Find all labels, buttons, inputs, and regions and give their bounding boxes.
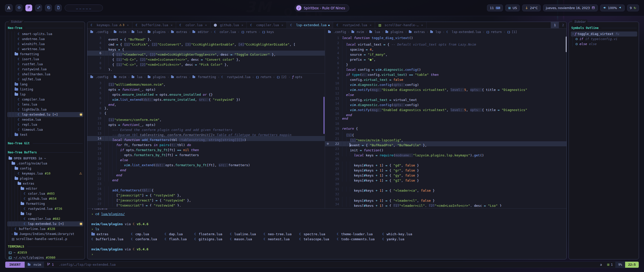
tree-item-formatting[interactable]: formatting (7, 201, 83, 206)
code-line-6[interactable]: 6} (325, 61, 567, 66)
breadcrumb-config[interactable]: .config (90, 75, 108, 79)
code-line-27[interactable]: 27keys[#keys + 1] = { "gr", false } (325, 166, 567, 172)
tab-keymaps-lua[interactable]: ☾keymaps.lua⚠ 3× (87, 22, 132, 28)
code-line-19[interactable]: 19return { (325, 126, 567, 131)
tree-item-lsp[interactable]: lsp (7, 211, 83, 216)
breadcrumb-nvim[interactable]: nvim (114, 30, 126, 34)
code-line-22[interactable]: 22end (87, 176, 325, 181)
tree-item-neodim-lua[interactable]: ☾neodim.lua (7, 117, 83, 122)
code-line-13[interactable]: 13config.virtual_text = virtual_text (325, 96, 567, 101)
close-icon[interactable]: × (205, 23, 207, 27)
code-line-4[interactable]: 4opts = function(_, opts) (87, 86, 325, 91)
tabpage-2[interactable]: 2 (559, 22, 567, 28)
status-circle-button[interactable] (16, 5, 22, 11)
code-line-21[interactable]: 21end (87, 171, 325, 176)
breadcrumb-nvim[interactable]: nvim (351, 30, 364, 34)
tree-item-editor[interactable]: editor (7, 186, 83, 191)
keyboard-layout-indicator[interactable]: ⊞ US (505, 5, 520, 11)
breadcrumb-extras[interactable]: extras (171, 75, 187, 79)
code-line-28[interactable]: 28keys[#keys + 1] = { "gy", false } (325, 172, 567, 177)
close-icon[interactable]: × (370, 23, 372, 27)
tree-item-c-n-l-plugins[interactable]: ~/.c/n/l/plugins#3980 (7, 255, 83, 259)
tree-item-juegos-indies-steamlibrary-st[interactable]: ▸Juegos/Indies/SteamLibrary/st (7, 231, 83, 236)
tree-item-worktree-lua[interactable]: ☾worktree.lua (7, 47, 83, 52)
tree-item-lsp-extended-lu[interactable]: ☾lsp-extended.lu [+] (7, 221, 83, 226)
tree-item-open-buffers-in[interactable]: OPEN BUFFERS in ~ (7, 156, 83, 161)
code-line-7[interactable]: 7end, (87, 101, 325, 106)
code-line-27[interactable]: 27["typescript"] = { "rustywind" }, (87, 201, 325, 207)
code-line-34[interactable]: 34keys[#keys + 1] = { [1]"<leader>cil", … (325, 202, 567, 207)
breadcrumb-lua[interactable]: lua (369, 30, 380, 34)
tab-scrollbar-handle[interactable]: ▨scrollbar-handle-…× (375, 22, 427, 28)
tree-item-undotree-lua[interactable]: ☾undotree.lua (7, 37, 83, 42)
code-line-7[interactable]: 7local config = vim.diagnostic.config() (325, 66, 567, 71)
floaterm-terminal[interactable]: Floaterm › cd lua/plugins/nvim/lua/plugi… (87, 208, 567, 259)
count-keyboard-indicator[interactable]: 11 ⌨ (487, 5, 503, 11)
code-line-8[interactable]: 8if type(v: config.virtual_text) == "tab… (325, 71, 567, 76)
breadcrumb-return[interactable]: {}return (486, 30, 502, 34)
code-line-23[interactable]: 23init = function() (325, 146, 567, 151)
tree-item-github-lua[interactable]: ☾github.lua#654 (7, 196, 83, 201)
code-line-5[interactable]: 5prefix = "●", (325, 56, 567, 61)
breadcrumb-1[interactable]: {}[1] (507, 30, 517, 34)
code-line-14[interactable]: 14local function add_formatters(tbl :tab… (87, 136, 325, 141)
tree-item-color-lua[interactable]: ☾color.lua#493 (7, 191, 83, 196)
breadcrumb-return[interactable]: {}return (241, 30, 257, 34)
close-icon[interactable]: × (242, 23, 244, 27)
code-line-9[interactable]: 9config.virtual_text = false (325, 76, 567, 81)
code-line-20[interactable]: 20end (87, 166, 325, 171)
tree-item-rustywind-lua[interactable]: ☾rustywind.lua#726 (7, 206, 83, 211)
code-line-4[interactable]: 4cmd = { [1]"CccPick", [2]"CccConvert", … (87, 41, 325, 46)
breadcrumb-config[interactable]: .config (328, 30, 346, 34)
cwd-segment[interactable]: nvim (25, 262, 44, 268)
tree-item-formatting[interactable]: formatting (7, 52, 83, 57)
symbol-toggle-diag-virtext[interactable]: ▾ƒtoggle_diag_virtextfu (571, 31, 637, 37)
code-line-8[interactable]: 8}, (87, 106, 325, 111)
terminals-section-header[interactable]: TERMINALS (8, 244, 83, 249)
tree-item-extras[interactable]: extras (7, 181, 83, 186)
breadcrumb-nvim[interactable]: nvim (114, 75, 126, 79)
code-line-3[interactable]: 3event = { "BufRead" }, (87, 36, 325, 41)
workspace-flag-button[interactable] (25, 5, 32, 11)
tab-color-lua[interactable]: ☾color.lua× (176, 22, 210, 28)
code-line-24[interactable]: 24add_formatters(tbl: { (87, 186, 325, 191)
code-line-24[interactable]: 24local keys = require(modname: "lazyvim… (325, 151, 567, 156)
code-line-18[interactable]: 18 (325, 121, 567, 126)
symbol-else[interactable]: ⊙elseelse (571, 42, 637, 47)
tree-item-plugins[interactable]: plugins (7, 176, 83, 181)
breadcrumb-lsp[interactable]: lsp (430, 30, 441, 34)
tree-item-lsp[interactable]: lsp (7, 92, 83, 97)
tab-count-indicator[interactable]: ⊞ 1 (605, 262, 615, 268)
code-line-25[interactable]: 25["javascript"] = { "rustywind" }, (87, 191, 325, 196)
code-line-21[interactable]: 21[1]"neovim/nvim-lspconfig", (325, 136, 567, 141)
tab-rustywind-lua[interactable]: ☾rustywind.lua× (333, 22, 375, 28)
code-line-26[interactable]: 26keys[#keys + 1] = { "gd", false } (325, 161, 567, 166)
code-line-5[interactable]: 5opts.ensure_installed = opts.ensure_ins… (87, 91, 325, 96)
tree-item-winshift-lua[interactable]: ☾winshift.lua (7, 42, 83, 47)
tree-item-[interactable]: ~#2859 (7, 250, 83, 255)
tree-item-config-nvim-lua[interactable]: .config/nvim/lua (7, 161, 83, 166)
code-line-6[interactable]: 6{ [1]"<leader>uC", [2]"<cmd>CccHighligh… (87, 51, 325, 56)
breadcrumb-lua[interactable]: lua (132, 75, 142, 79)
code-line-20[interactable]: 20[1]{ (325, 131, 567, 136)
close-icon[interactable]: × (171, 23, 173, 27)
code-line-13[interactable]: 13---@param tbl table<string, conform.Fo… (87, 131, 325, 136)
tabpage-1[interactable]: 1 (551, 22, 559, 28)
scrollbar[interactable] (324, 97, 325, 134)
tree-item-timeout-lua[interactable]: ☾timeout.lua (7, 127, 83, 132)
breadcrumb-editor[interactable]: editor (192, 30, 209, 34)
code-line-11[interactable]: 11vim.notify(msg: "Disable diagnostics v… (325, 86, 567, 91)
code-line-32[interactable]: 32 (325, 192, 567, 197)
code-line-17[interactable]: 17end (325, 116, 567, 121)
tree-item-rustfmt-lua[interactable]: ☾rustfmt.lua (7, 62, 83, 67)
file-button[interactable] (55, 5, 62, 11)
date-indicator[interactable]: jueves, noviembre 16, 2023 (543, 5, 598, 11)
tree-item-bufferline-lua[interactable]: ☾bufferline.lua#328 (7, 226, 83, 231)
code-line-15[interactable]: 15for ft, formatters in pairs(t: tbl) do (87, 141, 325, 146)
breadcrumb-lua[interactable]: lua (132, 30, 142, 34)
code-line-26[interactable]: 26["javascriptreact"] = { "rustywind" }, (87, 196, 325, 201)
tab-lsp-extended-lua[interactable]: ☾lsp-extended.lua● (287, 22, 333, 28)
code-line-18[interactable]: 18else (87, 156, 325, 161)
code-line-12[interactable]: 12--- Extend the conform plugin config a… (87, 126, 325, 131)
tree-item-shellharden-lua[interactable]: ☾shellharden.lua (7, 72, 83, 77)
